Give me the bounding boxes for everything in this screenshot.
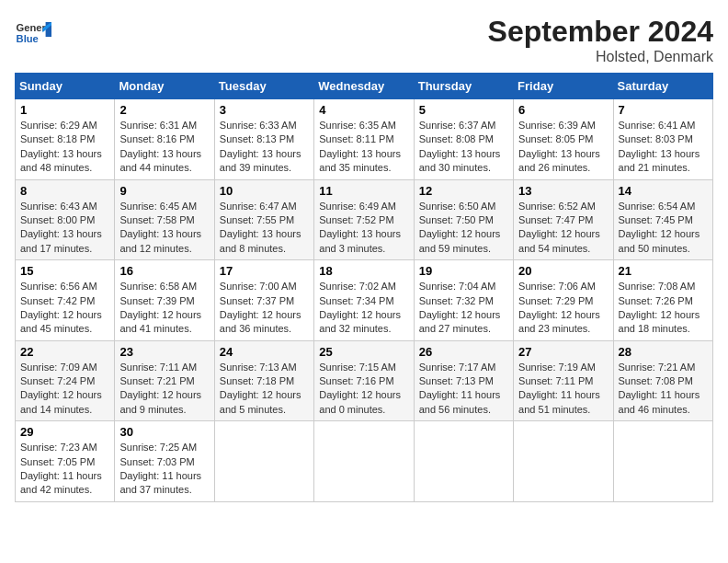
day-number: 15 bbox=[20, 264, 109, 278]
sunrise-label: Sunrise: 6:49 AM bbox=[319, 201, 396, 212]
day-info: Sunrise: 6:54 AM Sunset: 7:45 PM Dayligh… bbox=[619, 200, 708, 257]
col-wednesday: Wednesday bbox=[314, 74, 414, 99]
daylight-label: Daylight: 13 hours and 44 minutes. bbox=[119, 148, 201, 173]
daylight-label: Daylight: 13 hours and 30 minutes. bbox=[419, 148, 501, 173]
sunrise-label: Sunrise: 7:08 AM bbox=[619, 281, 696, 292]
daylight-label: Daylight: 12 hours and 36 minutes. bbox=[220, 309, 301, 334]
day-number: 7 bbox=[619, 103, 708, 117]
col-saturday: Saturday bbox=[613, 74, 712, 99]
day-number: 9 bbox=[119, 184, 209, 198]
calendar-cell: 17 Sunrise: 7:00 AM Sunset: 7:37 PM Dayl… bbox=[214, 260, 313, 341]
sunset-label: Sunset: 7:26 PM bbox=[619, 295, 693, 306]
sunset-label: Sunset: 7:08 PM bbox=[619, 375, 693, 386]
daylight-label: Daylight: 13 hours and 8 minutes. bbox=[220, 228, 301, 253]
sunset-label: Sunset: 7:34 PM bbox=[319, 295, 393, 306]
daylight-label: Daylight: 13 hours and 39 minutes. bbox=[220, 148, 301, 173]
logo: General Blue bbox=[15, 15, 55, 52]
sunset-label: Sunset: 7:21 PM bbox=[119, 375, 194, 386]
calendar-cell: 2 Sunrise: 6:31 AM Sunset: 8:16 PM Dayli… bbox=[115, 99, 214, 180]
sunrise-label: Sunrise: 7:13 AM bbox=[220, 362, 297, 373]
calendar-cell: 27 Sunrise: 7:19 AM Sunset: 7:11 PM Dayl… bbox=[514, 340, 613, 421]
daylight-label: Daylight: 12 hours and 5 minutes. bbox=[220, 389, 301, 414]
day-info: Sunrise: 6:29 AM Sunset: 8:18 PM Dayligh… bbox=[20, 119, 109, 176]
day-number: 14 bbox=[619, 184, 708, 198]
sunset-label: Sunset: 8:05 PM bbox=[518, 133, 593, 144]
title-block: September 2024 Holsted, Denmark bbox=[488, 15, 713, 65]
calendar-cell: 28 Sunrise: 7:21 AM Sunset: 7:08 PM Dayl… bbox=[613, 340, 712, 421]
day-number: 5 bbox=[419, 103, 508, 117]
col-friday: Friday bbox=[514, 74, 613, 99]
sunset-label: Sunset: 7:13 PM bbox=[419, 375, 494, 386]
calendar-week-row: 22 Sunrise: 7:09 AM Sunset: 7:24 PM Dayl… bbox=[16, 340, 713, 421]
calendar-cell: 15 Sunrise: 6:56 AM Sunset: 7:42 PM Dayl… bbox=[16, 260, 115, 341]
day-info: Sunrise: 7:23 AM Sunset: 7:05 PM Dayligh… bbox=[20, 441, 109, 498]
calendar-cell: 7 Sunrise: 6:41 AM Sunset: 8:03 PM Dayli… bbox=[613, 99, 712, 180]
day-number: 20 bbox=[518, 264, 608, 278]
sunrise-label: Sunrise: 6:31 AM bbox=[119, 120, 197, 131]
day-info: Sunrise: 7:04 AM Sunset: 7:32 PM Dayligh… bbox=[419, 280, 508, 337]
sunrise-label: Sunrise: 7:25 AM bbox=[119, 442, 197, 453]
day-info: Sunrise: 6:47 AM Sunset: 7:55 PM Dayligh… bbox=[220, 200, 309, 257]
sunrise-label: Sunrise: 6:56 AM bbox=[20, 281, 97, 292]
day-number: 29 bbox=[20, 425, 109, 439]
sunrise-label: Sunrise: 6:29 AM bbox=[20, 120, 97, 131]
calendar-cell: 13 Sunrise: 6:52 AM Sunset: 7:47 PM Dayl… bbox=[514, 179, 613, 260]
daylight-label: Daylight: 13 hours and 35 minutes. bbox=[319, 148, 401, 173]
daylight-label: Daylight: 12 hours and 0 minutes. bbox=[319, 389, 401, 414]
sunset-label: Sunset: 7:50 PM bbox=[419, 214, 494, 225]
calendar-cell: 20 Sunrise: 7:06 AM Sunset: 7:29 PM Dayl… bbox=[514, 260, 613, 341]
sunrise-label: Sunrise: 6:47 AM bbox=[220, 201, 297, 212]
location-title: Holsted, Denmark bbox=[488, 49, 713, 65]
daylight-label: Daylight: 12 hours and 54 minutes. bbox=[518, 228, 600, 253]
calendar-table: Sunday Monday Tuesday Wednesday Thursday… bbox=[15, 73, 713, 502]
calendar-cell: 29 Sunrise: 7:23 AM Sunset: 7:05 PM Dayl… bbox=[16, 421, 115, 502]
sunset-label: Sunset: 7:29 PM bbox=[518, 295, 593, 306]
sunset-label: Sunset: 7:39 PM bbox=[119, 295, 194, 306]
day-info: Sunrise: 6:58 AM Sunset: 7:39 PM Dayligh… bbox=[119, 280, 209, 337]
calendar-cell: 10 Sunrise: 6:47 AM Sunset: 7:55 PM Dayl… bbox=[214, 179, 313, 260]
daylight-label: Daylight: 12 hours and 45 minutes. bbox=[20, 309, 102, 334]
daylight-label: Daylight: 12 hours and 41 minutes. bbox=[119, 309, 201, 334]
calendar-cell bbox=[214, 421, 313, 502]
col-thursday: Thursday bbox=[414, 74, 513, 99]
day-info: Sunrise: 6:35 AM Sunset: 8:11 PM Dayligh… bbox=[319, 119, 408, 176]
svg-text:Blue: Blue bbox=[17, 33, 39, 44]
sunset-label: Sunset: 7:16 PM bbox=[319, 375, 393, 386]
sunrise-label: Sunrise: 6:58 AM bbox=[119, 281, 197, 292]
day-number: 11 bbox=[319, 184, 408, 198]
calendar-cell bbox=[414, 421, 513, 502]
day-info: Sunrise: 7:17 AM Sunset: 7:13 PM Dayligh… bbox=[419, 361, 508, 418]
day-info: Sunrise: 7:02 AM Sunset: 7:34 PM Dayligh… bbox=[319, 280, 408, 337]
day-number: 13 bbox=[518, 184, 608, 198]
daylight-label: Daylight: 11 hours and 56 minutes. bbox=[419, 389, 501, 414]
day-info: Sunrise: 6:33 AM Sunset: 8:13 PM Dayligh… bbox=[220, 119, 309, 176]
daylight-label: Daylight: 12 hours and 9 minutes. bbox=[119, 389, 201, 414]
daylight-label: Daylight: 13 hours and 48 minutes. bbox=[20, 148, 102, 173]
month-title: September 2024 bbox=[488, 15, 713, 49]
day-number: 27 bbox=[518, 345, 608, 359]
daylight-label: Daylight: 12 hours and 59 minutes. bbox=[419, 228, 501, 253]
day-info: Sunrise: 6:41 AM Sunset: 8:03 PM Dayligh… bbox=[619, 119, 708, 176]
calendar-cell: 1 Sunrise: 6:29 AM Sunset: 8:18 PM Dayli… bbox=[16, 99, 115, 180]
calendar-cell: 24 Sunrise: 7:13 AM Sunset: 7:18 PM Dayl… bbox=[214, 340, 313, 421]
calendar-cell: 19 Sunrise: 7:04 AM Sunset: 7:32 PM Dayl… bbox=[414, 260, 513, 341]
day-number: 19 bbox=[419, 264, 508, 278]
calendar-cell: 8 Sunrise: 6:43 AM Sunset: 8:00 PM Dayli… bbox=[16, 179, 115, 260]
sunrise-label: Sunrise: 6:43 AM bbox=[20, 201, 97, 212]
calendar-week-row: 15 Sunrise: 6:56 AM Sunset: 7:42 PM Dayl… bbox=[16, 260, 713, 341]
daylight-label: Daylight: 11 hours and 46 minutes. bbox=[619, 389, 700, 414]
calendar-cell: 4 Sunrise: 6:35 AM Sunset: 8:11 PM Dayli… bbox=[314, 99, 414, 180]
page-header: General Blue September 2024 Holsted, Den… bbox=[15, 15, 713, 65]
sunset-label: Sunset: 7:55 PM bbox=[220, 214, 294, 225]
calendar-cell: 21 Sunrise: 7:08 AM Sunset: 7:26 PM Dayl… bbox=[613, 260, 712, 341]
day-number: 8 bbox=[20, 184, 109, 198]
sunrise-label: Sunrise: 6:45 AM bbox=[119, 201, 197, 212]
calendar-cell: 11 Sunrise: 6:49 AM Sunset: 7:52 PM Dayl… bbox=[314, 179, 414, 260]
day-number: 24 bbox=[220, 345, 309, 359]
col-tuesday: Tuesday bbox=[214, 74, 313, 99]
sunrise-label: Sunrise: 6:39 AM bbox=[518, 120, 596, 131]
day-info: Sunrise: 6:50 AM Sunset: 7:50 PM Dayligh… bbox=[419, 200, 508, 257]
day-number: 6 bbox=[518, 103, 608, 117]
day-info: Sunrise: 6:37 AM Sunset: 8:08 PM Dayligh… bbox=[419, 119, 508, 176]
day-number: 26 bbox=[419, 345, 508, 359]
